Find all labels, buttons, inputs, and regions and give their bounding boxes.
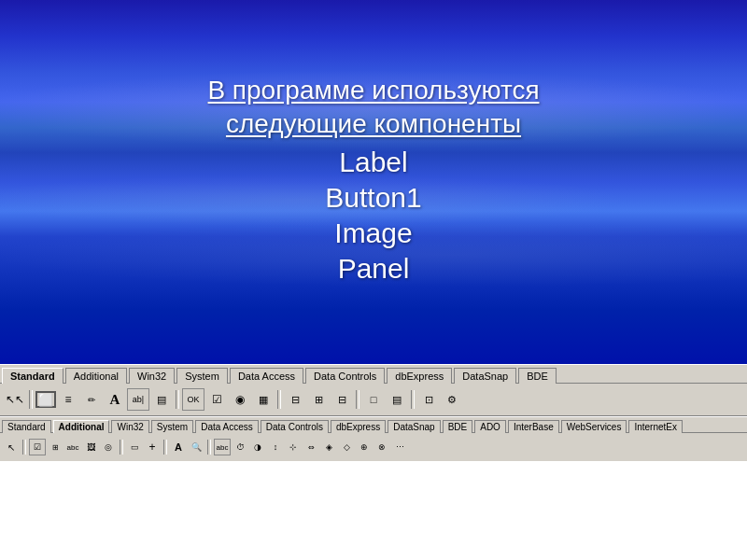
slide-line2: следующие компоненты	[207, 109, 539, 139]
bot-move-icon[interactable]: ⇔	[303, 439, 319, 455]
slide-component1: Label	[207, 147, 539, 178]
tab-standard-bot[interactable]: Standard	[2, 420, 51, 433]
bot-search-icon[interactable]: 🔍	[188, 439, 204, 455]
tab-bde-top[interactable]: BDE	[518, 368, 557, 384]
bot-check-icon[interactable]: ☑	[29, 439, 46, 455]
cols2-icon[interactable]: ⊞	[307, 388, 330, 411]
tab-datacontrols-top[interactable]: Data Controls	[305, 368, 385, 384]
tab-dataaccess-top[interactable]: Data Access	[230, 368, 303, 384]
bot-circ-icon[interactable]: ◎	[100, 439, 117, 455]
tab-win32-bot[interactable]: Win32	[111, 420, 148, 433]
cols-icon[interactable]: ⊟	[284, 388, 306, 411]
toolbar-separator-3	[277, 390, 281, 409]
bot-scroll-icon[interactable]: ↕	[267, 439, 284, 455]
list-icon[interactable]: ≡	[57, 388, 79, 411]
top-toolbar-icons: ↖ ⬜ ≡ ✏ A ab| ▤ OK ☑ ◉ ▦ ⊟ ⊞ ⊟ □ ▤ ⊡ ⚙	[0, 384, 747, 415]
tab-system-top[interactable]: System	[176, 368, 228, 384]
bot-cursor-icon[interactable]: ⊹	[285, 439, 302, 455]
bot-misc4-icon[interactable]: ⊗	[374, 439, 390, 455]
tab-dbexpress-bot[interactable]: dbExpress	[331, 420, 386, 433]
top-toolbar-tabs: Standard Additional Win32 System Data Ac…	[0, 365, 747, 384]
bot-misc5-icon[interactable]: ⋯	[391, 439, 408, 455]
misc-icon[interactable]: ⚙	[441, 388, 463, 411]
top-toolbar: Standard Additional Win32 System Data Ac…	[0, 364, 747, 416]
bottom-toolbar-icons: ↖ ☑ ⊞ abc 🖼 ◎ ▭ + A 🔍 abc ⏱ ◑ ↕ ⊹ ⇔ ◈ ◇ …	[0, 433, 747, 461]
toolbar-separator-5	[411, 390, 415, 409]
bot-img-icon[interactable]: 🖼	[82, 439, 99, 455]
listbox-icon[interactable]: ▦	[252, 388, 275, 411]
slide-content: В программе используются следующие компо…	[207, 76, 539, 288]
bot-plus-icon[interactable]: +	[144, 439, 161, 455]
slide-background: В программе используются следующие компо…	[0, 0, 747, 364]
edit2-icon[interactable]: ab|	[127, 388, 149, 411]
bot-pointer-icon[interactable]: ↖	[3, 439, 20, 455]
bot-misc3-icon[interactable]: ⊕	[356, 439, 373, 455]
bot-pie-icon[interactable]: ◑	[249, 439, 266, 455]
bot-btn-icon[interactable]: ⊞	[47, 439, 63, 455]
tab-interbase-bot[interactable]: InterBase	[508, 420, 559, 433]
bottom-toolbar-tabs: Standard Additional Win32 System Data Ac…	[0, 417, 747, 433]
bot-sep4	[207, 440, 211, 455]
slide-component3: Image	[207, 217, 539, 249]
slide-component4: Panel	[207, 253, 539, 285]
text-a-icon[interactable]: A	[104, 388, 126, 411]
slide-component2: Button1	[207, 182, 539, 214]
tab-win32-top[interactable]: Win32	[129, 368, 175, 384]
tab-datasnap-bot[interactable]: DataSnap	[388, 420, 440, 433]
bot-sep2	[120, 440, 123, 455]
button-icon[interactable]: OK	[182, 388, 204, 411]
tab-ado-bot[interactable]: ADO	[474, 420, 506, 433]
bot-timer-icon[interactable]: ⏱	[232, 439, 248, 455]
edit-icon[interactable]: ✏	[80, 388, 103, 411]
radio-icon[interactable]: ◉	[229, 388, 251, 411]
tab-datasnap-top[interactable]: DataSnap	[454, 368, 516, 384]
bot-a-icon[interactable]: A	[170, 439, 187, 455]
tab-bde-bot[interactable]: BDE	[443, 420, 473, 433]
tab-system-bot[interactable]: System	[151, 420, 193, 433]
bot-misc2-icon[interactable]: ◇	[338, 439, 355, 455]
tab-datacontrols-bot[interactable]: Data Controls	[261, 420, 329, 433]
tab-additional-top[interactable]: Additional	[65, 368, 127, 384]
bot-rect-icon[interactable]: ▭	[126, 439, 143, 455]
toolbar-separator-2	[176, 390, 179, 409]
grid-icon[interactable]: ⊟	[331, 388, 353, 411]
pointer-tool-icon[interactable]: ↖	[4, 388, 26, 411]
toolbar-separator-4	[356, 390, 359, 409]
tab-additional-bot[interactable]: Additional	[53, 420, 110, 433]
lines-icon[interactable]: ▤	[386, 388, 408, 411]
image-icon[interactable]: □	[362, 388, 385, 411]
bot-sep1	[22, 440, 26, 455]
bottom-toolbar: Standard Additional Win32 System Data Ac…	[0, 416, 747, 461]
bot-misc1-icon[interactable]: ◈	[320, 439, 337, 455]
tab-dbexpress-top[interactable]: dbExpress	[387, 368, 452, 384]
frame-icon[interactable]: ⬜	[35, 391, 56, 408]
slide-line1: В программе используются	[207, 76, 539, 105]
scroll-icon[interactable]: ⊡	[417, 388, 440, 411]
memo-icon[interactable]: ▤	[150, 388, 173, 411]
bot-sep3	[163, 440, 167, 455]
bot-label-icon[interactable]: abc	[214, 439, 231, 455]
tab-internetex-bot[interactable]: InternetEx	[628, 420, 683, 433]
tab-dataaccess-bot[interactable]: Data Access	[195, 420, 259, 433]
bot-abc-icon[interactable]: abc	[64, 439, 81, 455]
tab-webservices-bot[interactable]: WebServices	[561, 420, 627, 433]
tab-standard-top[interactable]: Standard	[2, 368, 63, 384]
toolbar-separator-1	[29, 390, 33, 409]
checkbox-icon[interactable]: ☑	[205, 388, 228, 411]
